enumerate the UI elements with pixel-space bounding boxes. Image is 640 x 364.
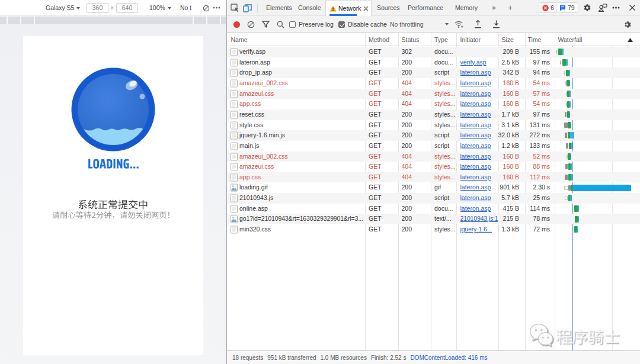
request-time: 112 ms (510, 172, 550, 183)
tab-memory[interactable]: Memory (455, 0, 478, 15)
device-height-input[interactable]: 640 (116, 3, 138, 13)
sort-ascending-icon[interactable] (628, 38, 633, 42)
request-type: styles... (434, 120, 456, 131)
network-request-row[interactable]: online.aspGET200docu...lateron.asp415 B1… (227, 204, 640, 214)
device-select-label: Galaxy S5 (46, 4, 74, 11)
feedback-icon[interactable] (598, 4, 607, 12)
search-icon[interactable] (277, 21, 284, 28)
zoom-select[interactable]: 100% (149, 0, 171, 15)
network-request-row[interactable]: reset.cssGET200styles...lateron.asp1.7 k… (227, 109, 640, 120)
image-file-icon (231, 215, 238, 223)
preserve-log-checkbox[interactable] (289, 21, 296, 28)
network-request-row[interactable]: amazeui.cssGET404styles...lateron.asp160… (227, 89, 640, 99)
column-header-size[interactable]: Size (502, 33, 514, 46)
column-header-time[interactable]: Time (528, 33, 542, 46)
network-request-row[interactable]: go1?id=21010943&rt=1630329329901&rl=3...… (227, 214, 640, 224)
network-request-row[interactable]: 21010943.jsGET200scriptlateron.asp5.7 kB… (227, 193, 640, 204)
media-query-separator (20, 17, 22, 24)
tab-console[interactable]: Console (298, 0, 321, 15)
record-network-log-button[interactable] (233, 21, 240, 28)
tab-sources[interactable]: Sources (377, 0, 400, 15)
close-devtools-icon[interactable] (629, 4, 636, 11)
network-settings-gear-icon[interactable] (624, 21, 632, 28)
disable-cache-label[interactable]: Disable cache (348, 16, 387, 33)
document-file-icon (231, 226, 238, 234)
preserve-log-label[interactable]: Preserve log (299, 16, 334, 33)
network-request-row[interactable]: main.jsGET200scriptlateron.asp1.2 kB133 … (227, 141, 640, 152)
request-type: styles... (434, 78, 456, 89)
clear-network-log-icon[interactable] (247, 21, 255, 28)
emulated-page (23, 36, 203, 355)
request-type: styles... (434, 172, 456, 183)
media-query-separator (193, 17, 194, 24)
network-request-row[interactable]: amazeui_002.cssGET404styles...lateron.as… (227, 78, 640, 89)
request-status: 200 (402, 224, 431, 235)
tab-elements[interactable]: Elements (266, 0, 292, 15)
request-name: jquery-1.6.min.js (239, 130, 364, 141)
network-request-row[interactable]: amazeui.cssGET404styles...lateron.asp160… (227, 162, 640, 172)
disable-cache-checkbox[interactable] (338, 21, 345, 28)
network-request-row[interactable]: amazeui_002.cssGET404styles...lateron.as… (227, 152, 640, 162)
request-time: 54 ms (510, 78, 550, 89)
waterfall-bar-stall (564, 123, 568, 128)
device-select[interactable]: Galaxy S5 (46, 0, 80, 15)
request-time: 133 ms (510, 141, 550, 152)
filter-icon[interactable] (262, 21, 270, 28)
request-status: 200 (402, 130, 431, 141)
more-tabs-icon[interactable]: » (492, 0, 496, 15)
resources-size: 1.0 MB resources (321, 355, 367, 361)
request-status: 404 (402, 89, 431, 99)
request-method: GET (369, 78, 398, 89)
throttling-dropdown[interactable]: No throttling (390, 16, 424, 33)
column-header-method[interactable]: Method (369, 33, 389, 46)
column-header-name[interactable]: Name (231, 33, 248, 46)
request-time: 78 ms (510, 214, 550, 224)
column-header-type[interactable]: Type (434, 33, 448, 46)
column-header-waterfall[interactable]: Waterfall (558, 33, 583, 46)
network-request-row[interactable]: app.cssGET404styles...lateron.asp160 B11… (227, 172, 640, 183)
network-request-row[interactable]: app.cssGET404styles...lateron.asp160 B54… (227, 99, 640, 109)
dom-content-loaded-time[interactable]: DOMContentLoaded: 416 ms (410, 355, 487, 361)
chevron-down-icon (445, 23, 449, 25)
network-request-row[interactable]: verify.aspGET302docu...209 B155 ms (227, 47, 640, 57)
import-har-icon[interactable] (474, 20, 482, 28)
waterfall-bar-stall (566, 143, 569, 149)
network-request-row[interactable]: style.cssGET200styles...lateron.asp3.1 k… (227, 120, 640, 131)
document-file-icon (231, 173, 238, 182)
add-tab-icon[interactable]: + (508, 0, 513, 15)
block-icon[interactable] (203, 5, 210, 12)
document-file-icon (231, 131, 238, 140)
media-query-bar[interactable] (0, 17, 226, 24)
network-request-row[interactable]: drop_ip.aspGET200scriptlateron.asp342 B9… (227, 67, 640, 78)
request-method: GET (369, 89, 398, 99)
tab-network[interactable]: Network (325, 0, 372, 16)
network-request-row[interactable]: loading.gifGET200giflateron.asp901 kB2.3… (227, 182, 640, 193)
tab-performance[interactable]: Performance (408, 0, 443, 15)
request-type: styles... (434, 162, 456, 172)
close-tab-icon[interactable] (363, 6, 369, 11)
request-status: 404 (402, 152, 431, 162)
document-file-icon (231, 90, 238, 98)
more-options-icon[interactable] (213, 7, 220, 9)
request-method: GET (369, 152, 398, 162)
network-request-row[interactable]: lateron.aspGET200docu...verify.asp2.5 kB… (227, 57, 640, 68)
request-status: 200 (402, 67, 431, 78)
waterfall-bar-dl (577, 226, 578, 233)
network-request-row[interactable]: jquery-1.6.min.jsGET200scriptlateron.asp… (227, 130, 640, 141)
waterfall-bar-stall (565, 164, 568, 169)
request-time: 97 ms (510, 57, 550, 68)
devtools-menu-icon[interactable] (612, 7, 620, 9)
network-request-row[interactable]: min320.cssGET200styles...jquery-1.6...1.… (227, 224, 640, 235)
device-width-input[interactable]: 360 (87, 3, 108, 13)
toggle-device-toolbar-icon[interactable] (243, 4, 252, 12)
column-header-initiator[interactable]: Initiator (460, 33, 481, 46)
export-har-icon[interactable] (492, 20, 500, 28)
message-count-badge[interactable]: 79 (556, 2, 578, 13)
throttling-select[interactable]: No t (180, 0, 191, 15)
settings-gear-icon[interactable] (583, 4, 591, 12)
column-header-status[interactable]: Status (402, 33, 420, 46)
toolbar-separator (257, 4, 258, 12)
inspect-element-icon[interactable] (231, 4, 239, 12)
network-conditions-icon[interactable] (455, 20, 464, 28)
error-count-badge[interactable]: 6 (539, 2, 558, 13)
